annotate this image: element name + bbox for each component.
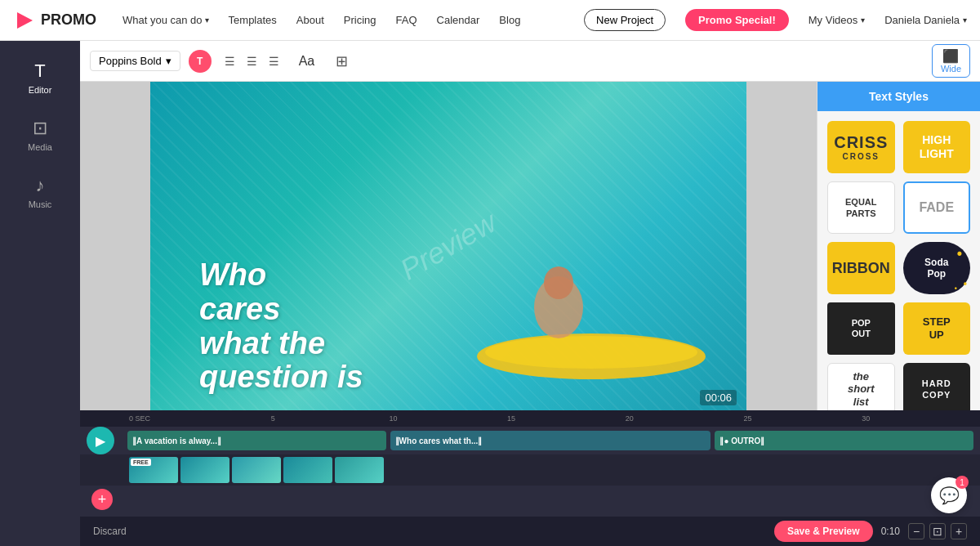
text-styles-header: Text Styles [817,82,980,111]
new-project-button[interactable]: New Project [584,9,666,31]
chat-icon: 💬 [939,486,960,505]
svg-point-4 [544,266,573,299]
nav-pricing[interactable]: Pricing [344,14,376,26]
play-button[interactable]: ▶ [87,427,114,454]
nav-faq[interactable]: FAQ [396,14,417,26]
clip-outro[interactable]: ‖ ● OUTRO ‖ [715,431,973,450]
timeline-ruler: 0 SEC 5 10 15 20 25 30 [80,410,980,427]
sidebar-item-media[interactable]: ⊡ Media [0,106,80,163]
video-panel: Preview Whocareswhat thequestion is 00:0… [80,82,980,410]
main-area: T Editor ⊡ Media ♪ Music Poppins Bold ▾ … [0,41,980,546]
my-videos-menu[interactable]: My Videos ▾ [808,14,865,26]
style-ribbon[interactable]: RIBBON [827,242,895,294]
timeline-area: 0 SEC 5 10 15 20 25 30 ▶ ‖ A vacation is… [80,410,980,517]
zoom-fit-button[interactable]: ⊡ [929,523,946,539]
clip-track: ‖ A vacation is alway... ‖ ‖ Who cares w… [119,431,973,450]
style-equalparts[interactable]: EQUALPARTS [827,181,895,234]
align-group: ☰ ☰ ☰ [220,51,284,71]
video-area: Preview Whocareswhat thequestion is 00:0… [80,82,817,410]
sidebar-item-music[interactable]: ♪ Music [0,163,80,221]
navbar: PROMO What you can do ▾ Templates About … [0,0,980,41]
style-popup[interactable]: POPOUT [827,302,895,355]
editor-icon: T [34,60,45,82]
user-chevron-icon: ▾ [963,16,967,25]
logo[interactable]: PROMO [13,9,96,32]
style-highlight[interactable]: HIGHLIGHT [903,121,971,173]
toolbar: Poppins Bold ▾ T ☰ ☰ ☰ Aa ⊞ ⬛ Wide [80,41,980,82]
video-frame[interactable]: Preview Whocareswhat thequestion is 00:0… [150,82,746,410]
thumbnail-item: FREE [129,457,178,483]
style-stepup[interactable]: STEPUP [903,302,971,355]
thumbnail-item [180,457,229,483]
align-left-button[interactable]: ☰ [220,51,240,71]
chat-badge: 1 [956,476,969,489]
text-styles-grid: CRISS CROSS HIGHLIGHT EQUALPARTS FADE RI… [817,111,980,410]
font-selector[interactable]: Poppins Bold ▾ [90,51,180,71]
text-styles-panel: Text Styles CRISS CROSS HIGHLIGHT EQUALP… [817,82,980,410]
svg-point-2 [485,336,697,369]
chevron-down-icon: ▾ [205,16,209,25]
thumbnail-track: FREE [80,454,980,486]
user-menu[interactable]: Daniela Daniela ▾ [884,14,967,26]
timeline-controls: ▶ ‖ A vacation is alway... ‖ ‖ Who cares… [80,427,980,454]
style-hardcopy[interactable]: HARDCOPY [903,363,971,410]
chat-button[interactable]: 💬 1 [931,477,967,513]
wide-icon: ⬛ [942,48,959,64]
zoom-out-button[interactable]: − [908,523,924,539]
font-chevron-icon: ▾ [166,55,172,67]
style-sodapop[interactable]: SodaPop • • • [903,242,971,294]
wide-button[interactable]: ⬛ Wide [932,44,970,78]
style-criss[interactable]: CRISS CROSS [827,121,895,173]
style-fade[interactable]: FADE [903,181,971,234]
editor-content: Poppins Bold ▾ T ☰ ☰ ☰ Aa ⊞ ⬛ Wide [80,41,980,546]
nav-what-you-can-do[interactable]: What you can do ▾ [122,14,209,26]
logo-text: PROMO [41,11,96,29]
time-display: 0:10 [881,526,900,537]
style-shortlist[interactable]: theshortlist [827,363,895,410]
add-clip-button[interactable]: + [91,489,113,510]
music-icon: ♪ [36,175,45,196]
svg-marker-0 [17,12,33,29]
align-right-button[interactable]: ☰ [264,51,284,71]
media-icon: ⊡ [33,118,47,139]
discard-button[interactable]: Discard [93,526,127,537]
video-timer: 00:06 [700,390,737,405]
nav-templates[interactable]: Templates [229,14,277,26]
save-preview-button[interactable]: Save & Preview [774,521,873,542]
sidebar-item-editor[interactable]: T Editor [0,49,80,106]
my-videos-chevron-icon: ▾ [861,16,865,25]
bottom-bar: Discard Save & Preview 0:10 − ⊡ + [80,517,980,546]
thumbnail-item [335,457,384,483]
video-person [412,209,722,389]
grid-button[interactable]: ⊞ [329,49,354,74]
zoom-controls: − ⊡ + [908,523,967,539]
color-picker[interactable]: T [189,50,212,73]
clip-vacation[interactable]: ‖ A vacation is alway... ‖ [127,431,386,450]
nav-calendar[interactable]: Calendar [437,14,480,26]
sidebar: T Editor ⊡ Media ♪ Music [0,41,80,546]
logo-icon [13,9,36,32]
nav-about[interactable]: About [296,14,324,26]
promo-special-button[interactable]: Promo Special! [685,9,789,31]
thumbnail-item [283,457,332,483]
clip-who[interactable]: ‖ Who cares what th... ‖ [390,431,711,450]
video-text-overlay: Whocareswhat thequestion is [199,258,363,395]
text-size-button[interactable]: Aa [292,51,322,72]
align-center-button[interactable]: ☰ [242,51,262,71]
nav-blog[interactable]: Blog [499,14,520,26]
thumbnail-item [232,457,281,483]
zoom-in-button[interactable]: + [951,523,967,539]
